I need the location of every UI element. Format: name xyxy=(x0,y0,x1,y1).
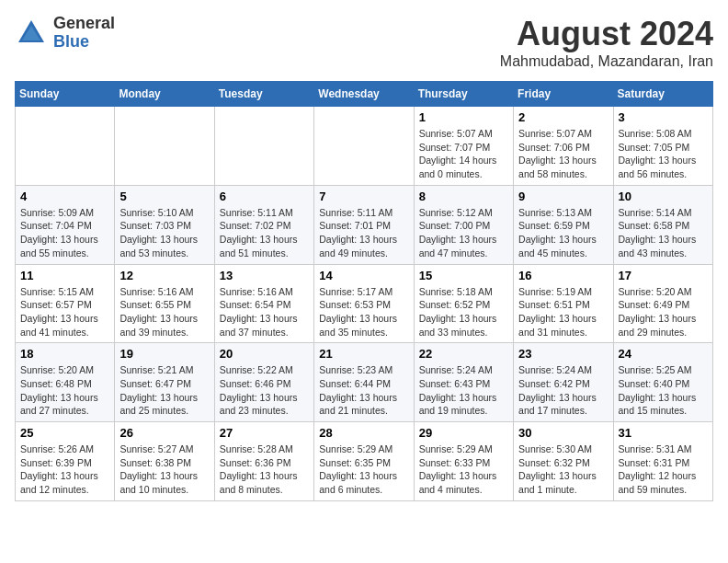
subtitle: Mahmudabad, Mazandaran, Iran xyxy=(500,53,713,70)
day-content: Sunrise: 5:15 AM Sunset: 6:57 PM Dayligh… xyxy=(20,285,109,339)
day-number: 20 xyxy=(220,347,309,361)
calendar-cell xyxy=(214,107,313,186)
day-content: Sunrise: 5:11 AM Sunset: 7:02 PM Dayligh… xyxy=(220,206,309,260)
calendar-week-row: 18Sunrise: 5:20 AM Sunset: 6:48 PM Dayli… xyxy=(16,343,713,422)
day-number: 30 xyxy=(518,426,608,440)
day-number: 27 xyxy=(220,426,309,440)
day-content: Sunrise: 5:11 AM Sunset: 7:01 PM Dayligh… xyxy=(319,206,408,260)
day-number: 21 xyxy=(319,347,408,361)
calendar-cell: 5Sunrise: 5:10 AM Sunset: 7:03 PM Daylig… xyxy=(115,185,214,264)
main-title: August 2024 xyxy=(500,15,713,53)
calendar-cell: 31Sunrise: 5:31 AM Sunset: 6:31 PM Dayli… xyxy=(613,422,712,501)
calendar-cell: 7Sunrise: 5:11 AM Sunset: 7:01 PM Daylig… xyxy=(314,185,414,264)
day-content: Sunrise: 5:09 AM Sunset: 7:04 PM Dayligh… xyxy=(20,206,109,260)
day-number: 26 xyxy=(119,426,209,440)
calendar-cell: 16Sunrise: 5:19 AM Sunset: 6:51 PM Dayli… xyxy=(514,264,613,343)
calendar-cell xyxy=(314,107,414,186)
day-content: Sunrise: 5:27 AM Sunset: 6:38 PM Dayligh… xyxy=(119,442,209,497)
logo-general: General xyxy=(53,14,115,32)
logo: General Blue xyxy=(15,15,115,52)
calendar-cell: 13Sunrise: 5:16 AM Sunset: 6:54 PM Dayli… xyxy=(214,264,313,343)
calendar-cell: 6Sunrise: 5:11 AM Sunset: 7:02 PM Daylig… xyxy=(214,185,313,264)
calendar-cell: 19Sunrise: 5:21 AM Sunset: 6:47 PM Dayli… xyxy=(115,343,214,422)
calendar-cell: 11Sunrise: 5:15 AM Sunset: 6:57 PM Dayli… xyxy=(16,264,115,343)
title-block: August 2024 Mahmudabad, Mazandaran, Iran xyxy=(500,15,713,70)
day-of-week-header: Saturday xyxy=(613,82,712,107)
day-number: 29 xyxy=(419,426,508,440)
day-content: Sunrise: 5:21 AM Sunset: 6:47 PM Dayligh… xyxy=(119,363,209,418)
calendar-cell: 1Sunrise: 5:07 AM Sunset: 7:07 PM Daylig… xyxy=(414,107,513,186)
day-number: 16 xyxy=(518,269,608,282)
calendar-cell: 23Sunrise: 5:24 AM Sunset: 6:42 PM Dayli… xyxy=(514,343,613,422)
day-content: Sunrise: 5:18 AM Sunset: 6:52 PM Dayligh… xyxy=(419,285,508,339)
day-content: Sunrise: 5:26 AM Sunset: 6:39 PM Dayligh… xyxy=(20,442,109,497)
day-content: Sunrise: 5:29 AM Sunset: 6:33 PM Dayligh… xyxy=(419,442,508,497)
logo-text: General Blue xyxy=(53,15,115,52)
day-number: 6 xyxy=(220,190,309,203)
day-content: Sunrise: 5:14 AM Sunset: 6:58 PM Dayligh… xyxy=(619,206,708,260)
day-number: 4 xyxy=(20,190,109,203)
day-number: 17 xyxy=(619,269,708,282)
day-content: Sunrise: 5:29 AM Sunset: 6:35 PM Dayligh… xyxy=(319,442,408,497)
calendar-cell: 17Sunrise: 5:20 AM Sunset: 6:49 PM Dayli… xyxy=(613,264,712,343)
day-content: Sunrise: 5:17 AM Sunset: 6:53 PM Dayligh… xyxy=(319,285,408,339)
day-number: 25 xyxy=(20,426,109,440)
day-content: Sunrise: 5:19 AM Sunset: 6:51 PM Dayligh… xyxy=(518,285,608,339)
day-number: 28 xyxy=(319,426,408,440)
day-of-week-header: Wednesday xyxy=(314,82,414,107)
day-content: Sunrise: 5:25 AM Sunset: 6:40 PM Dayligh… xyxy=(619,363,708,418)
day-content: Sunrise: 5:16 AM Sunset: 6:55 PM Dayligh… xyxy=(119,285,209,339)
day-content: Sunrise: 5:07 AM Sunset: 7:07 PM Dayligh… xyxy=(419,127,508,181)
day-content: Sunrise: 5:24 AM Sunset: 6:43 PM Dayligh… xyxy=(419,363,508,418)
calendar-cell: 28Sunrise: 5:29 AM Sunset: 6:35 PM Dayli… xyxy=(314,422,414,501)
calendar-table: SundayMondayTuesdayWednesdayThursdayFrid… xyxy=(15,81,713,501)
calendar-cell: 14Sunrise: 5:17 AM Sunset: 6:53 PM Dayli… xyxy=(314,264,414,343)
day-number: 8 xyxy=(419,190,508,203)
day-of-week-header: Thursday xyxy=(414,82,513,107)
calendar-cell: 21Sunrise: 5:23 AM Sunset: 6:44 PM Dayli… xyxy=(314,343,414,422)
calendar-cell: 25Sunrise: 5:26 AM Sunset: 6:39 PM Dayli… xyxy=(16,422,115,501)
day-number: 2 xyxy=(518,110,608,124)
calendar-cell: 22Sunrise: 5:24 AM Sunset: 6:43 PM Dayli… xyxy=(414,343,513,422)
calendar-cell: 27Sunrise: 5:28 AM Sunset: 6:36 PM Dayli… xyxy=(214,422,313,501)
day-content: Sunrise: 5:10 AM Sunset: 7:03 PM Dayligh… xyxy=(119,206,209,260)
day-number: 13 xyxy=(220,269,309,282)
day-of-week-header: Tuesday xyxy=(214,82,313,107)
logo-blue: Blue xyxy=(53,32,89,51)
day-number: 15 xyxy=(419,269,508,282)
day-number: 3 xyxy=(619,110,708,124)
day-content: Sunrise: 5:23 AM Sunset: 6:44 PM Dayligh… xyxy=(319,363,408,418)
day-content: Sunrise: 5:20 AM Sunset: 6:49 PM Dayligh… xyxy=(619,285,708,339)
calendar-cell: 30Sunrise: 5:30 AM Sunset: 6:32 PM Dayli… xyxy=(514,422,613,501)
day-content: Sunrise: 5:08 AM Sunset: 7:05 PM Dayligh… xyxy=(619,127,708,181)
calendar-week-row: 25Sunrise: 5:26 AM Sunset: 6:39 PM Dayli… xyxy=(16,422,713,501)
day-content: Sunrise: 5:30 AM Sunset: 6:32 PM Dayligh… xyxy=(518,442,608,497)
day-number: 9 xyxy=(518,190,608,203)
calendar-cell: 10Sunrise: 5:14 AM Sunset: 6:58 PM Dayli… xyxy=(613,185,712,264)
calendar-cell: 26Sunrise: 5:27 AM Sunset: 6:38 PM Dayli… xyxy=(115,422,214,501)
day-content: Sunrise: 5:28 AM Sunset: 6:36 PM Dayligh… xyxy=(220,442,309,497)
day-number: 19 xyxy=(119,347,209,361)
calendar-cell: 12Sunrise: 5:16 AM Sunset: 6:55 PM Dayli… xyxy=(115,264,214,343)
day-of-week-header: Sunday xyxy=(16,82,115,107)
logo-icon xyxy=(15,17,48,50)
day-number: 7 xyxy=(319,190,408,203)
calendar-cell: 18Sunrise: 5:20 AM Sunset: 6:48 PM Dayli… xyxy=(16,343,115,422)
calendar-cell xyxy=(16,107,115,186)
day-content: Sunrise: 5:31 AM Sunset: 6:31 PM Dayligh… xyxy=(619,442,708,497)
calendar-cell: 9Sunrise: 5:13 AM Sunset: 6:59 PM Daylig… xyxy=(514,185,613,264)
calendar-cell: 8Sunrise: 5:12 AM Sunset: 7:00 PM Daylig… xyxy=(414,185,513,264)
calendar-cell: 15Sunrise: 5:18 AM Sunset: 6:52 PM Dayli… xyxy=(414,264,513,343)
day-content: Sunrise: 5:12 AM Sunset: 7:00 PM Dayligh… xyxy=(419,206,508,260)
calendar-week-row: 11Sunrise: 5:15 AM Sunset: 6:57 PM Dayli… xyxy=(16,264,713,343)
day-number: 11 xyxy=(20,269,109,282)
day-of-week-header: Monday xyxy=(115,82,214,107)
calendar-cell: 20Sunrise: 5:22 AM Sunset: 6:46 PM Dayli… xyxy=(214,343,313,422)
calendar-cell: 2Sunrise: 5:07 AM Sunset: 7:06 PM Daylig… xyxy=(514,107,613,186)
page-header: General Blue August 2024 Mahmudabad, Maz… xyxy=(15,15,713,70)
day-number: 22 xyxy=(419,347,508,361)
day-content: Sunrise: 5:16 AM Sunset: 6:54 PM Dayligh… xyxy=(220,285,309,339)
day-content: Sunrise: 5:24 AM Sunset: 6:42 PM Dayligh… xyxy=(518,363,608,418)
calendar-cell xyxy=(115,107,214,186)
day-number: 10 xyxy=(619,190,708,203)
